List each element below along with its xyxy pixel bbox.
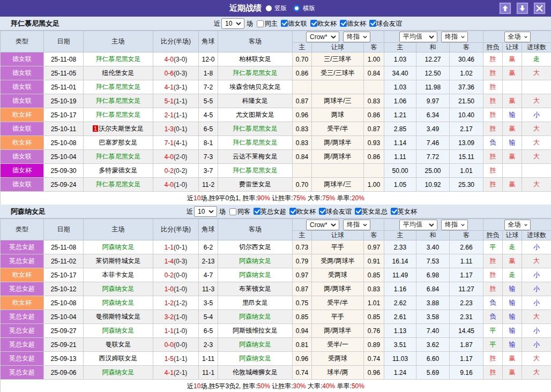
league-type-cell: 欧女杯 <box>1 296 44 310</box>
league-checkbox-label[interactable]: 德女联 <box>288 20 307 27</box>
radio-horizontal-label[interactable]: 横版 <box>303 4 315 12</box>
away-team-link[interactable]: 柏林联女足 <box>239 55 271 63</box>
radio-horizontal-icon[interactable] <box>293 5 300 12</box>
handicap-home-odds-cell: 0.79 <box>293 254 312 268</box>
away-team-link[interactable]: 云达不莱梅女足 <box>233 153 278 160</box>
halftime-score: (2-1) <box>174 369 187 376</box>
handicap-away-odds-cell: 1.00 <box>364 52 384 66</box>
handicap-line-cell: 受三/三球半 <box>312 66 364 80</box>
league-checkbox-德女杯[interactable] <box>340 20 347 27</box>
home-team-cell: 西汉姆联女足 <box>84 352 153 366</box>
home-team-link[interactable]: 多特蒙德女足 <box>99 167 138 174</box>
league-checkbox-label[interactable]: 欧女杯 <box>317 20 337 27</box>
away-team-link[interactable]: 伦敦城雌狮女足 <box>233 368 278 376</box>
same-venue-label[interactable]: 同主 <box>265 19 278 28</box>
away-team-link[interactable]: 布莱顿女足 <box>239 285 271 292</box>
average-select[interactable]: 平均值 <box>399 32 437 42</box>
handicap-time-select[interactable]: 终指 <box>343 220 370 230</box>
home-team-link[interactable]: 拜仁慕尼黑女足 <box>96 180 141 188</box>
home-team-link[interactable]: 拜仁慕尼黑女足 <box>96 83 141 91</box>
league-checkbox-label[interactable]: 球会友谊 <box>376 20 402 27</box>
close-button[interactable] <box>534 3 545 14</box>
league-checkbox-label[interactable]: 球会友谊 <box>326 208 352 215</box>
europe-away-odds-cell: 1.17 <box>450 352 483 366</box>
home-team-link[interactable]: 拜仁慕尼黑女足 <box>96 97 141 104</box>
scope-select[interactable]: 全场 <box>504 220 531 230</box>
league-checkbox-球会友谊[interactable] <box>369 20 376 27</box>
home-team-link[interactable]: 本菲卡女足 <box>102 271 135 278</box>
europe-away-odds-cell: 1.11 <box>450 254 483 268</box>
away-team-link[interactable]: 阿森纳女足 <box>239 341 271 348</box>
radio-vertical-icon[interactable] <box>266 5 272 11</box>
league-checkbox-label[interactable]: 德女杯 <box>347 20 366 27</box>
away-team-link[interactable]: 阿森纳女足 <box>239 271 271 278</box>
away-team-link[interactable]: 切尔西女足 <box>239 243 271 251</box>
move-down-button[interactable] <box>517 3 528 14</box>
home-team-link[interactable]: 拜仁慕尼黑女足 <box>96 153 141 160</box>
bookmaker-select[interactable]: Crow* <box>306 32 339 42</box>
away-team-link[interactable]: 阿森纳女足 <box>239 257 271 265</box>
match-row: 德女联25-10-111沃尔夫斯堡女足1-3(0-1)6-5拜仁慕尼黑女足0.8… <box>1 122 551 136</box>
league-checkbox-英女杯[interactable] <box>391 208 398 215</box>
league-checkbox-label[interactable]: 英女杯 <box>398 208 417 215</box>
match-row: 德女联25-10-19拜仁慕尼黑女足5-1(1-1)5-5科隆女足0.87两球半… <box>1 94 551 108</box>
away-team-link[interactable]: 拜仁慕尼黑女足 <box>233 167 278 174</box>
home-team-link[interactable]: 曼彻斯特城女足 <box>96 313 141 320</box>
layout-radio-vertical[interactable]: 竖版 <box>266 4 287 12</box>
home-team-link[interactable]: 巴塞罗那女足 <box>99 139 138 146</box>
result-wdl-cell: 平 <box>483 324 503 338</box>
away-team-link[interactable]: 埃森舍纳贝克女足 <box>229 83 281 91</box>
same-venue-checkbox[interactable] <box>257 20 264 27</box>
away-team-link[interactable]: 阿斯顿维拉女足 <box>233 327 278 334</box>
league-checkbox-德女联[interactable] <box>281 20 288 27</box>
home-team-link[interactable]: 阿森纳女足 <box>102 368 135 376</box>
away-team-link[interactable]: 阿森纳女足 <box>239 355 271 362</box>
layout-radio-horizontal[interactable]: 横版 <box>293 4 315 12</box>
away-team-link[interactable]: 费雷堡女足 <box>239 180 271 188</box>
home-team-link[interactable]: 阿森纳女足 <box>102 327 135 334</box>
europe-time-select[interactable]: 终指 <box>441 32 468 42</box>
away-team-link[interactable]: 拜仁慕尼黑女足 <box>233 139 278 146</box>
home-team-link[interactable]: 拜仁慕尼黑女足 <box>96 111 141 118</box>
home-team-link[interactable]: 阿森纳女足 <box>102 299 135 306</box>
match-count-select[interactable]: 10 <box>194 206 217 217</box>
match-count-select[interactable]: 10 <box>221 18 244 29</box>
league-checkbox-label[interactable]: 英女足总 <box>362 208 388 215</box>
europe-draw-odds-cell: 10.92 <box>416 178 450 192</box>
same-venue-label[interactable]: 同客 <box>237 207 250 216</box>
home-team-link[interactable]: 阿森纳女足 <box>102 243 135 251</box>
europe-time-select[interactable]: 终指 <box>441 220 468 230</box>
away-team-link[interactable]: 拜仁慕尼黑女足 <box>233 125 278 132</box>
bookmaker-select[interactable]: Crow* <box>306 220 339 230</box>
away-team-link[interactable]: 拜仁慕尼黑女足 <box>233 69 278 77</box>
league-checkbox-英女足总[interactable] <box>355 208 362 215</box>
away-team-link[interactable]: 阿森纳女足 <box>239 313 271 320</box>
league-checkbox-英总女超[interactable] <box>254 208 260 215</box>
home-team-link[interactable]: 阿森纳女足 <box>102 285 135 292</box>
home-team-link[interactable]: 拜仁慕尼黑女足 <box>96 55 141 63</box>
select-value: 全场 <box>508 32 521 41</box>
score-cell: 4-0(2-0) <box>153 150 199 164</box>
home-team-cell: 阿森纳女足 <box>84 240 153 254</box>
home-team-link[interactable]: 莱切斯特城女足 <box>96 257 141 265</box>
radio-vertical-label[interactable]: 竖版 <box>274 4 287 12</box>
league-checkbox-label[interactable]: 欧女杯 <box>296 208 316 215</box>
league-checkbox-球会友谊[interactable] <box>319 208 326 215</box>
home-team-link[interactable]: 沃尔夫斯堡女足 <box>99 125 144 132</box>
home-team-link[interactable]: 曼联女足 <box>106 341 131 348</box>
home-team-link[interactable]: 西汉姆联女足 <box>99 355 138 362</box>
europe-home-odds-cell: 1.11 <box>384 150 416 164</box>
league-checkbox-欧女杯[interactable] <box>310 20 317 27</box>
corners-cell: 3-7 <box>199 164 218 178</box>
away-team-link[interactable]: 里昂女足 <box>242 299 268 306</box>
same-venue-checkbox[interactable] <box>229 208 236 215</box>
league-checkbox-label[interactable]: 英总女超 <box>260 208 286 215</box>
away-team-link[interactable]: 尤文图斯女足 <box>236 111 274 118</box>
handicap-time-select[interactable]: 终指 <box>343 32 370 42</box>
league-checkbox-欧女杯[interactable] <box>289 208 296 215</box>
home-team-link[interactable]: 纽伦堡女足 <box>102 69 135 77</box>
move-up-button[interactable] <box>500 3 511 14</box>
scope-select[interactable]: 全场 <box>504 32 531 42</box>
away-team-link[interactable]: 科隆女足 <box>242 97 268 104</box>
average-select[interactable]: 平均值 <box>399 220 437 230</box>
